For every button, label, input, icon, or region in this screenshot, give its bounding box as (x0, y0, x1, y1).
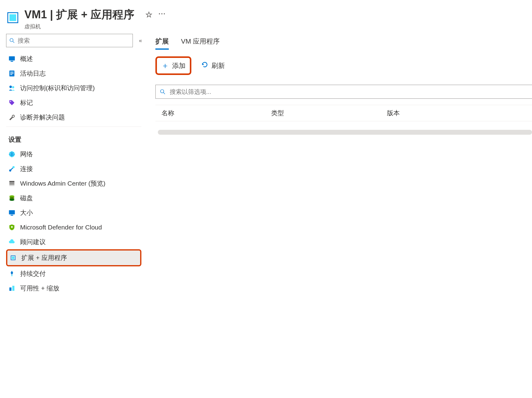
table-header: 名称 类型 版本 (155, 105, 532, 121)
svg-point-11 (12, 86, 14, 88)
sidebar-item-cd[interactable]: 持续交付 (6, 266, 141, 281)
sidebar-item-label: 访问控制(标识和访问管理) (20, 84, 95, 92)
monitor-icon (9, 209, 15, 216)
svg-rect-4 (9, 56, 15, 61)
svg-rect-9 (10, 74, 12, 75)
connect-icon (9, 165, 15, 172)
sidebar-item-label: 概述 (20, 55, 33, 63)
toolbar: ＋ 添加 刷新 (155, 56, 532, 75)
refresh-button[interactable]: 刷新 (197, 59, 229, 73)
svg-point-10 (9, 86, 12, 88)
svg-rect-16 (9, 181, 15, 183)
svg-rect-23 (11, 215, 13, 216)
add-button-label: 添加 (172, 61, 186, 70)
sidebar-item-label: 持续交付 (20, 269, 46, 278)
sidebar-item-access-control[interactable]: 访问控制(标识和访问管理) (6, 81, 141, 95)
tab-extensions[interactable]: 扩展 (155, 37, 169, 50)
svg-rect-18 (9, 185, 15, 186)
horizontal-scrollbar[interactable] (158, 130, 532, 135)
svg-line-3 (13, 41, 14, 43)
sidebar-search[interactable] (6, 34, 133, 47)
sidebar-item-label: 连接 (20, 165, 33, 173)
disks-icon (9, 195, 15, 201)
sidebar-item-diagnose[interactable]: 诊断并解决问题 (6, 110, 141, 125)
sidebar-item-wac[interactable]: Windows Admin Center (预览) (6, 176, 141, 191)
cloud-icon (9, 239, 15, 245)
favorite-icon[interactable]: ☆ (145, 10, 152, 20)
svg-point-2 (10, 38, 13, 41)
svg-point-14 (9, 169, 11, 172)
sidebar-item-label: 诊断并解决问题 (20, 113, 65, 122)
refresh-button-label: 刷新 (211, 61, 225, 70)
refresh-icon (201, 61, 208, 70)
sidebar-nav: 概述 活动日志 访问控制(标识和访问管理) 标记 诊断并解决问题 设置 (6, 52, 144, 395)
svg-point-21 (9, 199, 15, 201)
sidebar-item-connect[interactable]: 连接 (6, 162, 141, 176)
filter-input[interactable] (170, 88, 528, 95)
extension-icon (10, 254, 16, 261)
sidebar-item-defender[interactable]: Microsoft Defender for Cloud (6, 220, 141, 235)
sidebar-item-label: Microsoft Defender for Cloud (20, 224, 102, 231)
monitor-icon (9, 55, 15, 62)
sidebar-item-label: 大小 (20, 208, 33, 217)
sidebar-item-overview[interactable]: 概述 (6, 52, 141, 66)
sidebar-item-label: 磁盘 (20, 194, 33, 202)
svg-rect-5 (11, 61, 13, 62)
server-icon (9, 180, 15, 187)
sidebar-item-size[interactable]: 大小 (6, 205, 141, 220)
more-icon[interactable]: ··· (158, 10, 166, 20)
sidebar-item-label: 活动日志 (20, 69, 46, 78)
sidebar-item-activity-log[interactable]: 活动日志 (6, 66, 141, 81)
svg-rect-27 (9, 287, 12, 291)
sidebar-item-advisor[interactable]: 顾问建议 (6, 235, 141, 249)
sidebar-item-label: 可用性 + 缩放 (20, 284, 59, 293)
svg-rect-26 (12, 257, 14, 259)
svg-point-24 (11, 226, 13, 228)
sidebar-item-availability[interactable]: 可用性 + 缩放 (6, 281, 141, 296)
svg-point-29 (161, 90, 164, 93)
tag-icon (9, 99, 15, 106)
svg-line-30 (164, 93, 165, 94)
search-icon (9, 38, 15, 43)
svg-rect-7 (10, 72, 14, 73)
divider (6, 126, 141, 127)
sidebar-item-extensions[interactable]: 扩展 + 应用程序 (6, 249, 141, 266)
sidebar-item-label: Windows Admin Center (预览) (20, 179, 105, 188)
sidebar-search-input[interactable] (18, 37, 129, 44)
page-title: VM1 | 扩展 + 应用程序 (24, 7, 134, 22)
svg-rect-22 (9, 210, 15, 215)
collapse-sidebar-button[interactable]: « (137, 36, 144, 46)
column-type[interactable]: 类型 (271, 109, 387, 117)
tabs: 扩展 VM 应用程序 (155, 37, 532, 50)
column-version[interactable]: 版本 (387, 109, 532, 117)
svg-rect-28 (12, 286, 14, 291)
globe-icon (9, 151, 15, 158)
sidebar-item-tags[interactable]: 标记 (6, 95, 141, 110)
page-subtitle: 虚拟机 (24, 23, 166, 30)
filter-search[interactable] (155, 85, 532, 99)
plus-icon: ＋ (161, 60, 169, 71)
main-content: 扩展 VM 应用程序 ＋ 添加 刷新 名称 类型 版本 (146, 34, 532, 395)
sidebar-section-settings: 设置 (6, 129, 141, 147)
sidebar-item-label: 扩展 + 应用程序 (21, 254, 67, 262)
add-button[interactable]: ＋ 添加 (155, 56, 191, 75)
people-icon (9, 85, 15, 91)
search-icon (160, 89, 165, 94)
sidebar-item-networking[interactable]: 网络 (6, 147, 141, 162)
page-header: VM1 | 扩展 + 应用程序 ☆ ··· 虚拟机 (0, 0, 532, 34)
log-icon (9, 70, 15, 77)
sidebar-item-disks[interactable]: 磁盘 (6, 191, 141, 205)
extensions-table: 名称 类型 版本 (155, 105, 532, 135)
column-name[interactable]: 名称 (155, 109, 271, 117)
sidebar-item-label: 顾问建议 (20, 238, 46, 246)
svg-rect-8 (10, 73, 14, 74)
shield-icon (9, 224, 15, 231)
svg-point-12 (10, 101, 11, 102)
wrench-icon (9, 114, 15, 121)
sidebar: « 概述 活动日志 访问控制(标识和访问管理) 标记 诊断并解决问题 (0, 34, 146, 395)
tab-vmapps[interactable]: VM 应用程序 (181, 37, 220, 50)
svg-rect-1 (9, 14, 16, 21)
sidebar-item-label: 网络 (20, 150, 33, 158)
svg-rect-17 (9, 183, 15, 185)
vm-icon (6, 11, 20, 24)
